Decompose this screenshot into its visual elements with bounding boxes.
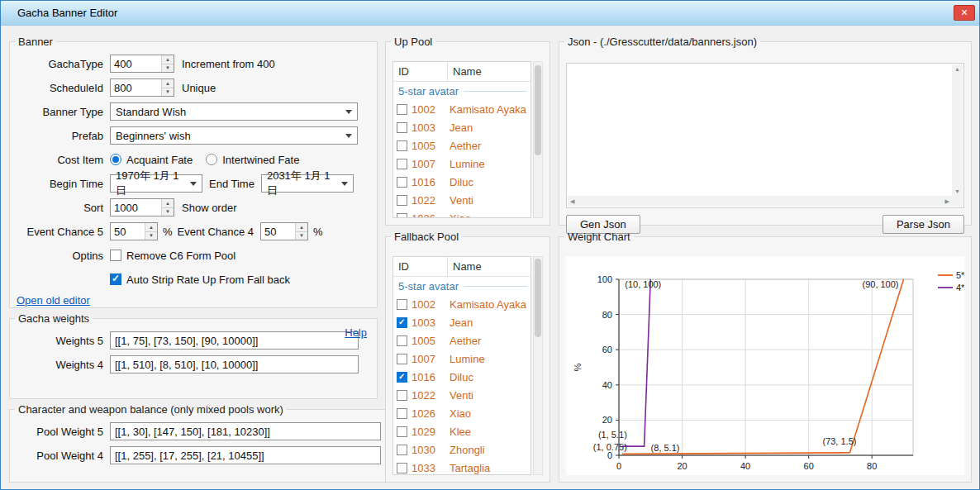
event-chance-5-spinbox[interactable]: 50 ▲▼ <box>110 222 158 240</box>
weights-5-input[interactable]: [[1, 75], [73, 150], [90, 10000]] <box>110 331 359 350</box>
table-row[interactable]: 1016Diluc <box>393 173 530 191</box>
row-checkbox[interactable] <box>397 177 407 188</box>
row-checkbox[interactable] <box>397 122 407 133</box>
checkbox-icon[interactable] <box>110 250 121 261</box>
spin-up-icon[interactable]: ▲ <box>145 223 157 231</box>
scrollbar[interactable] <box>533 61 543 218</box>
table-row[interactable]: 1003Jean <box>393 118 530 136</box>
row-checkbox[interactable] <box>397 317 407 328</box>
help-link[interactable]: Help <box>345 326 367 339</box>
spin-up-icon[interactable]: ▲ <box>162 199 174 207</box>
spinner-arrows[interactable]: ▲▼ <box>161 199 174 216</box>
row-checkbox[interactable] <box>397 463 407 473</box>
checkbox-icon[interactable] <box>110 274 121 285</box>
spinner-arrows[interactable]: ▲▼ <box>295 223 307 240</box>
table-row[interactable]: 1005Aether <box>393 136 530 155</box>
row-checkbox[interactable] <box>397 104 407 115</box>
table-row[interactable]: 1007Lumine <box>393 155 530 173</box>
open-old-editor-link[interactable]: Open old editor <box>17 294 90 307</box>
table-row[interactable]: 1016Diluc <box>393 368 530 386</box>
row-id: 1030 <box>412 444 450 456</box>
prefab-row: Prefab Beginners' wish <box>17 126 370 145</box>
row-checkbox[interactable] <box>397 159 407 169</box>
table-row[interactable]: 1002Kamisato Ayaka <box>393 100 530 118</box>
spin-down-icon[interactable]: ▼ <box>162 88 174 97</box>
row-checkbox[interactable] <box>397 390 407 401</box>
spin-up-icon[interactable]: ▲ <box>162 55 174 64</box>
schedule-id-spinbox[interactable]: 800 ▲▼ <box>110 78 174 97</box>
close-button[interactable]: ✕ <box>954 5 975 21</box>
spin-down-icon[interactable]: ▼ <box>162 64 174 73</box>
scrollbar[interactable] <box>533 256 543 475</box>
table-row[interactable]: 1003Jean <box>393 313 530 331</box>
scroll-down-icon[interactable]: ▼ <box>952 187 963 196</box>
row-checkbox[interactable] <box>397 426 407 437</box>
table-row[interactable]: 1026Xiao <box>393 404 530 422</box>
fallback-pool-table[interactable]: ID Name 5-star avatar 1002Kamisato Ayaka… <box>392 256 531 475</box>
prefab-select[interactable]: Beginners' wish <box>110 126 358 145</box>
pool-weight-4-input[interactable]: [[1, 255], [17, 255], [21, 10455]] <box>110 446 381 464</box>
spin-down-icon[interactable]: ▼ <box>162 207 174 216</box>
row-checkbox[interactable] <box>397 195 407 206</box>
titlebar[interactable]: Gacha Banner Editor ✕ <box>1 1 979 26</box>
banner-type-select[interactable]: Standard Wish <box>110 102 358 121</box>
event-chance-4-spinbox[interactable]: 50 ▲▼ <box>260 222 308 240</box>
json-content[interactable] <box>570 65 950 194</box>
pool-weight-5-input[interactable]: [[1, 30], [147, 150], [181, 10230]] <box>110 422 381 440</box>
spinner-arrows[interactable]: ▲▼ <box>145 223 157 240</box>
percent-sign: % <box>313 226 323 238</box>
table-row[interactable]: 1029Klee <box>393 422 530 440</box>
json-textarea[interactable]: ▲ ▼ ◀ ▶ <box>566 63 964 208</box>
horizontal-scrollbar[interactable]: ◀ ▶ <box>568 196 952 207</box>
table-row[interactable]: 1033Tartaglia <box>393 459 530 475</box>
table-row[interactable]: 1002Kamisato Ayaka <box>393 295 530 313</box>
row-checkbox[interactable] <box>397 372 407 383</box>
row-id: 1003 <box>412 316 450 329</box>
auto-strip-checkbox-option[interactable]: Auto Strip Rate Up From Fall back <box>110 274 290 286</box>
open-old-editor-row: Open old editor <box>17 294 370 307</box>
spinner-arrows[interactable]: ▲▼ <box>161 79 174 96</box>
row-checkbox[interactable] <box>397 140 407 151</box>
spin-up-icon[interactable]: ▲ <box>296 223 307 231</box>
table-row[interactable]: 1026Xiao <box>393 209 530 218</box>
checkbox-label: Auto Strip Rate Up From Fall back <box>126 274 290 286</box>
row-checkbox[interactable] <box>397 354 407 364</box>
radio-intertwined-fate[interactable]: Intertwined Fate <box>206 154 299 166</box>
spin-down-icon[interactable]: ▼ <box>296 231 307 240</box>
row-checkbox[interactable] <box>397 299 407 310</box>
table-row[interactable]: 1030Zhongli <box>393 440 530 459</box>
end-time-picker[interactable]: 2031年 1月 1日 <box>261 174 354 193</box>
scroll-up-icon[interactable]: ▲ <box>952 64 963 74</box>
section-divider <box>464 286 527 287</box>
scroll-right-icon[interactable]: ▶ <box>943 197 952 207</box>
spin-down-icon[interactable]: ▼ <box>145 231 157 240</box>
row-checkbox[interactable] <box>397 408 407 419</box>
table-row[interactable]: 1022Venti <box>393 386 530 404</box>
scrollbar-thumb[interactable] <box>535 65 541 155</box>
scroll-left-icon[interactable]: ◀ <box>568 197 577 207</box>
row-checkbox[interactable] <box>397 213 407 219</box>
up-pool-table[interactable]: ID Name 5-star avatar 1002Kamisato Ayaka… <box>392 61 531 218</box>
row-checkbox[interactable] <box>397 445 407 455</box>
begin-time-picker[interactable]: 1970年 1月 1日 <box>110 174 202 193</box>
radio-icon[interactable] <box>206 154 217 165</box>
remove-c6-checkbox-option[interactable]: Remove C6 Form Pool <box>110 250 235 262</box>
scrollbar-thumb[interactable] <box>535 259 541 337</box>
scrollbar-corner <box>952 196 963 207</box>
spin-up-icon[interactable]: ▲ <box>162 79 174 88</box>
svg-text:(73, 1.5): (73, 1.5) <box>822 436 856 446</box>
app-window: Gacha Banner Editor ✕ Banner GachaType 4… <box>0 0 980 490</box>
table-row[interactable]: 1022Venti <box>393 191 530 209</box>
spinner-arrows[interactable]: ▲▼ <box>161 55 174 72</box>
row-checkbox[interactable] <box>397 335 407 346</box>
radio-icon[interactable] <box>110 154 121 165</box>
vertical-scrollbar[interactable]: ▲ ▼ <box>952 64 963 196</box>
weights-4-input[interactable]: [[1, 510], [8, 510], [10, 10000]] <box>110 355 359 373</box>
row-name: Diluc <box>450 371 473 383</box>
balance-group-title: Character and weapon balance (only mixed… <box>15 403 287 416</box>
radio-acquaint-fate[interactable]: Acquaint Fate <box>110 154 193 166</box>
table-row[interactable]: 1007Lumine <box>393 350 530 368</box>
table-row[interactable]: 1005Aether <box>393 331 530 350</box>
sort-spinbox[interactable]: 1000 ▲▼ <box>110 198 174 216</box>
gacha-type-spinbox[interactable]: 400 ▲▼ <box>110 55 174 73</box>
